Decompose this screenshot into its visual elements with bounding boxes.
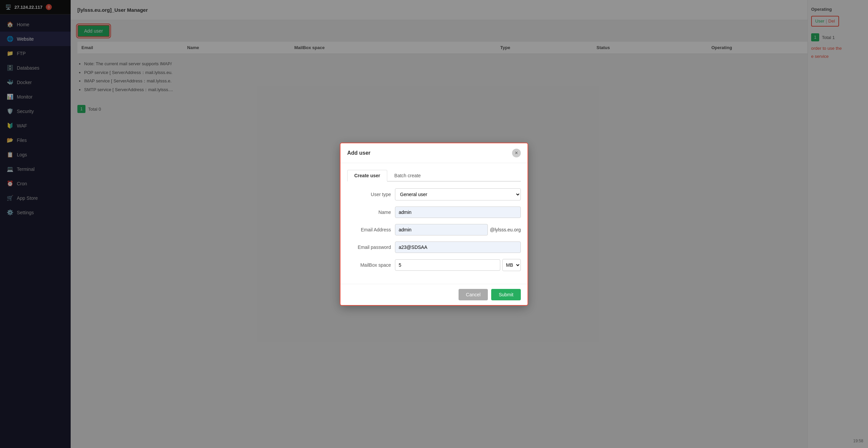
tab-batch-create[interactable]: Batch create — [387, 170, 428, 182]
mailbox-label: MailBox space — [347, 262, 391, 268]
user-type-row: User type General user Admin user — [347, 188, 521, 200]
mailbox-row: MailBox space MB GB — [347, 259, 521, 271]
email-row: Email Address @lylsss.eu.org — [347, 224, 521, 235]
mailbox-unit-select[interactable]: MB GB — [502, 259, 521, 271]
modal-footer: Cancel Submit — [340, 284, 528, 305]
add-user-modal: Add user × Create user Batch create User… — [340, 142, 528, 306]
email-input[interactable] — [395, 224, 488, 235]
user-type-select[interactable]: General user Admin user — [395, 188, 521, 200]
modal-title: Add user — [347, 150, 370, 156]
modal-body: Create user Batch create User type Gener… — [340, 163, 528, 284]
mailbox-input-group: MB GB — [395, 259, 521, 271]
password-row: Email password — [347, 242, 521, 253]
password-input[interactable] — [395, 242, 521, 253]
password-label: Email password — [347, 245, 391, 250]
modal-header: Add user × — [340, 143, 528, 163]
modal-tabs: Create user Batch create — [347, 170, 521, 182]
mailbox-input[interactable] — [395, 259, 500, 271]
submit-button[interactable]: Submit — [491, 289, 521, 300]
modal-overlay: Add user × Create user Batch create User… — [0, 0, 868, 448]
email-label: Email Address — [347, 227, 391, 232]
user-type-label: User type — [347, 192, 391, 197]
name-row: Name — [347, 206, 521, 218]
tab-create-user[interactable]: Create user — [347, 170, 387, 182]
email-input-group: @lylsss.eu.org — [395, 224, 521, 235]
cancel-button[interactable]: Cancel — [459, 289, 488, 300]
name-input[interactable] — [395, 206, 521, 218]
name-label: Name — [347, 210, 391, 215]
modal-close-button[interactable]: × — [512, 149, 521, 157]
email-domain: @lylsss.eu.org — [490, 227, 521, 232]
